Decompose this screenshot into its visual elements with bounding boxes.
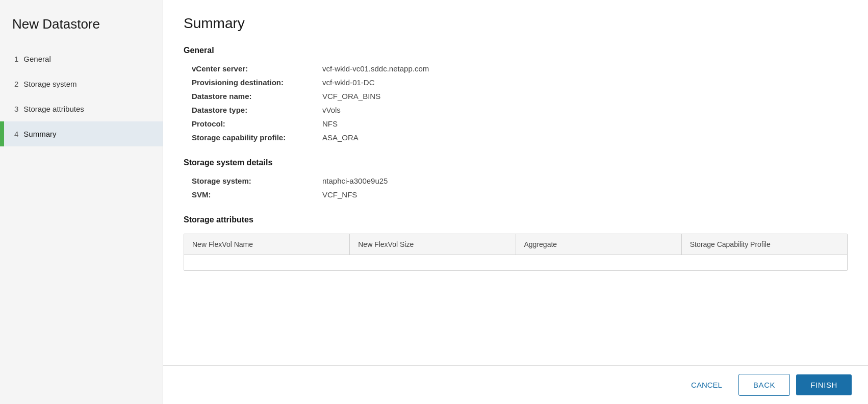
sidebar-step-1[interactable]: 1 General [0,46,163,71]
datastore-type-label: Datastore type: [192,106,314,114]
protocol-label: Protocol: [192,119,314,128]
cancel-button[interactable]: CANCEL [681,374,732,395]
field-row-provisioning: Provisioning destination: vcf-wkld-01-DC [192,78,848,87]
sidebar-step-3[interactable]: 3 Storage attributes [0,96,163,121]
step-number-4: 4 [14,130,18,138]
table-header: New FlexVol Name New FlexVol Size Aggreg… [184,234,847,255]
general-section: General vCenter server: vcf-wkld-vc01.sd… [184,46,848,142]
footer: CANCEL BACK FINISH [163,365,868,404]
svm-label: SVM: [192,190,314,199]
table-col-storage-cap-profile: Storage Capability Profile [682,234,847,255]
step-number-3: 3 [14,105,18,113]
step-label-4: Summary [23,130,56,138]
sidebar-title: New Datastore [0,0,163,46]
storage-system-section: Storage system details Storage system: n… [184,158,848,199]
field-row-protocol: Protocol: NFS [192,119,848,128]
field-row-storage-system: Storage system: ntaphci-a300e9u25 [192,176,848,185]
storage-system-value: ntaphci-a300e9u25 [322,176,388,185]
step-label-1: General [23,55,50,63]
vcenter-label: vCenter server: [192,64,314,73]
table-col-flexvol-size: New FlexVol Size [350,234,516,255]
sidebar: New Datastore 1 General 2 Storage system… [0,0,163,404]
provisioning-label: Provisioning destination: [192,78,314,87]
storage-cap-profile-label: Storage capability profile: [192,133,314,142]
content-area: Summary General vCenter server: vcf-wkld… [163,0,868,365]
step-number-2: 2 [14,80,18,88]
field-row-datastore-type: Datastore type: vVols [192,106,848,114]
vcenter-value: vcf-wkld-vc01.sddc.netapp.com [322,64,429,73]
table-col-aggregate: Aggregate [516,234,682,255]
storage-attributes-section-title: Storage attributes [184,215,848,224]
field-row-storage-cap-profile: Storage capability profile: ASA_ORA [192,133,848,142]
storage-system-label: Storage system: [192,176,314,185]
storage-system-field-group: Storage system: ntaphci-a300e9u25 SVM: V… [184,176,848,199]
table-col-flexvol-name: New FlexVol Name [184,234,350,255]
storage-attributes-table: New FlexVol Name New FlexVol Size Aggreg… [184,234,848,271]
protocol-value: NFS [322,119,338,128]
sidebar-step-4[interactable]: 4 Summary [0,121,163,146]
sidebar-steps: 1 General 2 Storage system 3 Storage att… [0,46,163,146]
provisioning-value: vcf-wkld-01-DC [322,78,375,87]
back-button[interactable]: BACK [738,374,790,396]
page-title: Summary [184,15,848,32]
step-label-2: Storage system [23,80,76,88]
datastore-type-value: vVols [322,106,341,114]
field-row-svm: SVM: VCF_NFS [192,190,848,199]
step-number-1: 1 [14,55,18,63]
table-body [184,255,847,270]
field-row-datastore-name: Datastore name: VCF_ORA_BINS [192,92,848,100]
storage-cap-profile-value: ASA_ORA [322,133,359,142]
storage-system-section-title: Storage system details [184,158,848,167]
general-section-title: General [184,46,848,55]
datastore-name-label: Datastore name: [192,92,314,100]
main-content: Summary General vCenter server: vcf-wkld… [163,0,868,404]
datastore-name-value: VCF_ORA_BINS [322,92,380,100]
sidebar-step-2[interactable]: 2 Storage system [0,71,163,96]
svm-value: VCF_NFS [322,190,357,199]
finish-button[interactable]: FINISH [796,374,852,395]
general-field-group: vCenter server: vcf-wkld-vc01.sddc.netap… [184,64,848,142]
step-label-3: Storage attributes [23,105,84,113]
field-row-vcenter: vCenter server: vcf-wkld-vc01.sddc.netap… [192,64,848,73]
storage-attributes-section: Storage attributes New FlexVol Name New … [184,215,848,271]
